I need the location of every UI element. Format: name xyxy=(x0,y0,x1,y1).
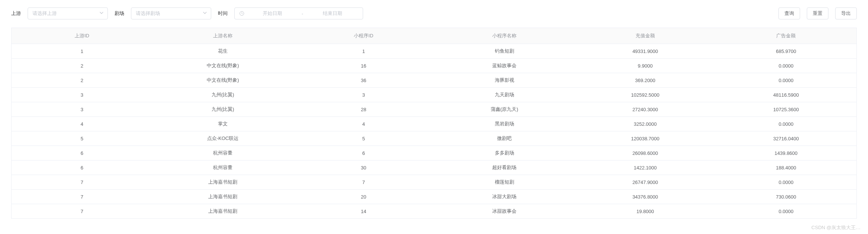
table-row[interactable]: 4掌文4黑岩剧场3252.00000.0000 xyxy=(12,117,856,131)
cell-recharge-amount: 369.2000 xyxy=(575,73,715,88)
cell-ad-amount: 32716.0400 xyxy=(716,131,856,146)
table-row[interactable]: 7上海嘉书短剧7榴莲短剧26747.90000.0000 xyxy=(12,175,856,190)
cell-ad-amount: 685.9700 xyxy=(716,44,856,59)
cell-recharge-amount: 34376.8000 xyxy=(575,190,715,204)
table-row[interactable]: 1花生1钓鱼短剧49331.9000685.9700 xyxy=(12,44,856,59)
cell-upstream-name: 上海嘉书短剧 xyxy=(152,204,293,219)
table-row[interactable]: 7上海嘉书短剧20冰甜大剧场34376.8000730.0600 xyxy=(12,190,856,204)
cell-recharge-amount: 1422.1000 xyxy=(575,160,715,175)
table-row[interactable]: 6杭州容量30超好看剧场1422.1000188.4000 xyxy=(12,160,856,175)
cell-applet-id: 20 xyxy=(293,190,434,204)
cell-applet-name: 冰甜大剧场 xyxy=(434,190,575,204)
start-date-input[interactable]: 开始日期 xyxy=(247,10,298,17)
table-row[interactable]: 7上海嘉书短剧14冰甜故事会19.80000.0000 xyxy=(12,204,856,219)
table-row[interactable]: 6杭州容量6多多剧场26098.60001439.8600 xyxy=(12,146,856,160)
cell-ad-amount: 0.0000 xyxy=(716,117,856,131)
cell-upstream-name: 中文在线(野象) xyxy=(152,73,293,88)
cell-applet-id: 16 xyxy=(293,59,434,73)
cell-applet-id: 14 xyxy=(293,204,434,219)
cell-applet-name: 海豚影视 xyxy=(434,73,575,88)
cell-ad-amount: 48116.5900 xyxy=(716,88,856,102)
cell-upstream-id: 7 xyxy=(12,190,152,204)
cell-applet-id: 3 xyxy=(293,88,434,102)
cell-recharge-amount: 19.8000 xyxy=(575,204,715,219)
cell-upstream-name: 九州(比翼) xyxy=(152,102,293,117)
cell-upstream-name: 九州(比翼) xyxy=(152,88,293,102)
export-button[interactable]: 导出 xyxy=(835,7,857,19)
cell-recharge-amount: 26747.9000 xyxy=(575,175,715,190)
col-upstream-id: 上游ID xyxy=(12,28,152,44)
filter-bar: 上游 请选择上游 剧场 请选择剧场 时间 开始日期 - 结束日期 查询 重置 导… xyxy=(11,7,857,19)
col-applet-name: 小程序名称 xyxy=(434,28,575,44)
cell-upstream-id: 1 xyxy=(12,44,152,59)
cell-recharge-amount: 9.9000 xyxy=(575,59,715,73)
cell-applet-name: 蓝鲸故事会 xyxy=(434,59,575,73)
cell-applet-id: 30 xyxy=(293,160,434,175)
cell-ad-amount: 1439.8600 xyxy=(716,146,856,160)
theater-select[interactable]: 请选择剧场 xyxy=(131,7,211,19)
table-row[interactable]: 3九州(比翼)3九天剧场102592.500048116.5900 xyxy=(12,88,856,102)
cell-ad-amount: 0.0000 xyxy=(716,204,856,219)
cell-applet-name: 榴莲短剧 xyxy=(434,175,575,190)
cell-upstream-id: 7 xyxy=(12,175,152,190)
upstream-placeholder: 请选择上游 xyxy=(32,10,57,17)
table-row[interactable]: 2中文在线(野象)16蓝鲸故事会9.90000.0000 xyxy=(12,59,856,73)
cell-applet-id: 4 xyxy=(293,117,434,131)
cell-applet-name: 蒲鑫(原九天) xyxy=(434,102,575,117)
date-separator: - xyxy=(300,11,305,16)
clock-icon xyxy=(239,11,244,16)
cell-applet-name: 钓鱼短剧 xyxy=(434,44,575,59)
col-ad-amount: 广告金额 xyxy=(716,28,856,44)
col-applet-id: 小程序ID xyxy=(293,28,434,44)
chevron-down-icon xyxy=(99,11,104,16)
cell-recharge-amount: 3252.0000 xyxy=(575,117,715,131)
cell-recharge-amount: 120038.7000 xyxy=(575,131,715,146)
cell-upstream-id: 7 xyxy=(12,204,152,219)
chevron-down-icon xyxy=(203,11,207,16)
cell-ad-amount: 0.0000 xyxy=(716,59,856,73)
cell-applet-name: 超好看剧场 xyxy=(434,160,575,175)
cell-upstream-name: 花生 xyxy=(152,44,293,59)
cell-applet-id: 5 xyxy=(293,131,434,146)
cell-upstream-id: 3 xyxy=(12,102,152,117)
cell-applet-name: 黑岩剧场 xyxy=(434,117,575,131)
cell-applet-id: 28 xyxy=(293,102,434,117)
col-recharge-amount: 充值金额 xyxy=(575,28,715,44)
cell-recharge-amount: 27240.3000 xyxy=(575,102,715,117)
cell-recharge-amount: 26098.6000 xyxy=(575,146,715,160)
cell-applet-id: 6 xyxy=(293,146,434,160)
cell-applet-id: 36 xyxy=(293,73,434,88)
table-header-row: 上游ID 上游名称 小程序ID 小程序名称 充值金额 广告金额 xyxy=(12,28,856,44)
time-label: 时间 xyxy=(218,10,228,17)
watermark: CSDN @灰太狼大王… xyxy=(811,224,861,226)
data-table: 上游ID 上游名称 小程序ID 小程序名称 充值金额 广告金额 1花生1钓鱼短剧… xyxy=(11,28,857,219)
table-row[interactable]: 5点众-KOC联运5微剧吧120038.700032716.0400 xyxy=(12,131,856,146)
cell-upstream-name: 点众-KOC联运 xyxy=(152,131,293,146)
cell-applet-name: 多多剧场 xyxy=(434,146,575,160)
cell-ad-amount: 188.4000 xyxy=(716,160,856,175)
cell-upstream-id: 2 xyxy=(12,59,152,73)
query-button[interactable]: 查询 xyxy=(778,7,800,19)
upstream-select[interactable]: 请选择上游 xyxy=(28,7,108,19)
end-date-input[interactable]: 结束日期 xyxy=(307,10,358,17)
cell-upstream-name: 杭州容量 xyxy=(152,146,293,160)
date-range-picker[interactable]: 开始日期 - 结束日期 xyxy=(234,7,363,19)
cell-upstream-id: 6 xyxy=(12,146,152,160)
cell-upstream-id: 3 xyxy=(12,88,152,102)
cell-applet-name: 微剧吧 xyxy=(434,131,575,146)
cell-ad-amount: 0.0000 xyxy=(716,73,856,88)
cell-applet-id: 7 xyxy=(293,175,434,190)
cell-upstream-id: 4 xyxy=(12,117,152,131)
cell-upstream-name: 中文在线(野象) xyxy=(152,59,293,73)
cell-ad-amount: 0.0000 xyxy=(716,175,856,190)
table-row[interactable]: 3九州(比翼)28蒲鑫(原九天)27240.300010725.3600 xyxy=(12,102,856,117)
cell-ad-amount: 730.0600 xyxy=(716,190,856,204)
table-row[interactable]: 2中文在线(野象)36海豚影视369.20000.0000 xyxy=(12,73,856,88)
cell-upstream-id: 6 xyxy=(12,160,152,175)
reset-button[interactable]: 重置 xyxy=(807,7,828,19)
cell-upstream-id: 2 xyxy=(12,73,152,88)
cell-upstream-name: 杭州容量 xyxy=(152,160,293,175)
upstream-label: 上游 xyxy=(11,10,21,17)
theater-placeholder: 请选择剧场 xyxy=(136,10,160,17)
cell-applet-id: 1 xyxy=(293,44,434,59)
